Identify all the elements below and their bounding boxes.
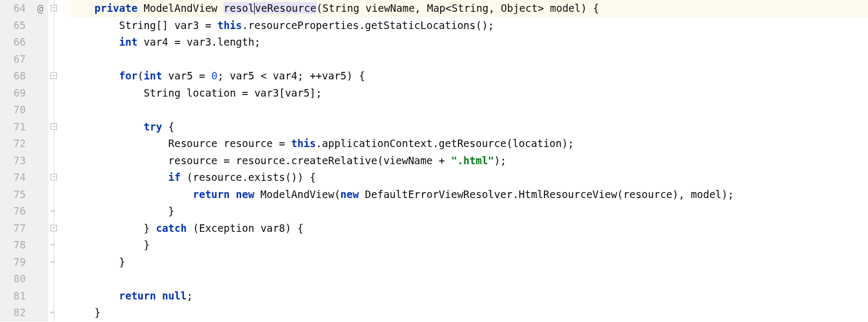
code-line[interactable]: 82⌐ }: [0, 304, 868, 321]
code-content[interactable]: try {: [70, 119, 868, 136]
code-line[interactable]: 64@ private ModelAndView resolveResource…: [0, 0, 868, 17]
fold-gutter[interactable]: [48, 17, 70, 34]
code-token: ModelAndView: [138, 2, 224, 14]
line-number: 70: [0, 101, 32, 119]
code-line[interactable]: 81 return null;: [0, 288, 868, 305]
line-number: 64: [0, 0, 32, 17]
fold-gutter[interactable]: [48, 186, 70, 203]
code-content[interactable]: if (resource.exists()) {: [70, 169, 868, 186]
code-token: [70, 121, 144, 133]
code-content[interactable]: Resource resource = this.applicationCont…: [70, 135, 868, 152]
code-line[interactable]: 73 resource = resource.createRelative(vi…: [0, 152, 868, 170]
fold-toggle-icon[interactable]: [51, 174, 57, 180]
fold-end-icon: ⌐: [51, 259, 57, 265]
code-token: String location = var3[var5];: [70, 87, 322, 99]
code-line[interactable]: 69 String location = var3[var5];: [0, 85, 868, 102]
fold-gutter[interactable]: [48, 68, 70, 85]
code-content[interactable]: [70, 51, 868, 68]
fold-gutter[interactable]: [48, 270, 70, 288]
code-editor[interactable]: 64@ private ModelAndView resolveResource…: [0, 0, 868, 321]
line-number: 69: [0, 85, 32, 102]
fold-toggle-icon[interactable]: [51, 123, 57, 130]
code-content[interactable]: String location = var3[var5];: [70, 85, 868, 102]
fold-gutter[interactable]: [48, 85, 70, 102]
code-token: .resourceProperties.getStaticLocations()…: [242, 19, 494, 31]
code-token: (: [138, 70, 144, 82]
code-line[interactable]: 74 if (resource.exists()) {: [0, 169, 868, 186]
code-line[interactable]: 65 String[] var3 = this.resourceProperti…: [0, 17, 868, 34]
code-line[interactable]: 70: [0, 101, 868, 119]
fold-gutter[interactable]: [48, 220, 70, 237]
code-line[interactable]: 67: [0, 51, 868, 68]
fold-gutter[interactable]: [48, 169, 70, 186]
code-token: this: [291, 137, 316, 149]
fold-gutter[interactable]: [48, 51, 70, 68]
fold-gutter[interactable]: ⌐: [48, 304, 70, 321]
code-line[interactable]: 66 int var4 = var3.length;: [0, 34, 868, 51]
fold-gutter[interactable]: ⌐: [48, 237, 70, 254]
fold-toggle-icon[interactable]: [51, 5, 57, 11]
line-number: 72: [0, 135, 32, 152]
code-line[interactable]: 80: [0, 270, 868, 288]
code-content[interactable]: resource = resource.createRelative(viewN…: [70, 152, 868, 170]
code-line[interactable]: 78⌐ }: [0, 237, 868, 254]
fold-gutter[interactable]: [48, 119, 70, 136]
code-content[interactable]: String[] var3 = this.resourceProperties.…: [70, 17, 868, 34]
code-line[interactable]: 79⌐ }: [0, 254, 868, 271]
code-token: [70, 290, 119, 302]
code-content[interactable]: [70, 101, 868, 119]
fold-gutter[interactable]: [48, 152, 70, 170]
fold-gutter[interactable]: ⌐: [48, 254, 70, 271]
fold-end-icon: ⌐: [51, 309, 57, 316]
code-token: return null: [119, 290, 187, 302]
code-content[interactable]: return null;: [70, 288, 868, 305]
code-content[interactable]: }: [70, 254, 868, 271]
code-token: (resource.exists()) {: [181, 171, 316, 183]
code-line[interactable]: 71 try {: [0, 119, 868, 136]
code-token: private: [95, 2, 138, 14]
code-token: (String viewName, Map<String, Object> mo…: [317, 2, 599, 14]
code-content[interactable]: return new ModelAndView(new DefaultError…: [70, 186, 868, 203]
fold-gutter[interactable]: [48, 101, 70, 119]
code-token: this: [218, 19, 242, 31]
code-token: Resource resource =: [70, 137, 291, 149]
code-content[interactable]: } catch (Exception var8) {: [70, 220, 868, 237]
code-token: }: [70, 222, 156, 234]
code-content[interactable]: }: [70, 203, 868, 220]
code-line[interactable]: 77 } catch (Exception var8) {: [0, 220, 868, 237]
line-number: 73: [0, 152, 32, 170]
line-number: 81: [0, 288, 32, 305]
line-number: 80: [0, 270, 32, 288]
fold-gutter[interactable]: [48, 0, 70, 17]
fold-gutter[interactable]: [48, 34, 70, 51]
fold-gutter[interactable]: [48, 288, 70, 305]
code-token: resol: [224, 2, 254, 14]
code-content[interactable]: int var4 = var3.length;: [70, 34, 868, 51]
gutter-annotation: [32, 135, 48, 152]
fold-gutter[interactable]: [48, 135, 70, 152]
code-content[interactable]: [70, 270, 868, 288]
code-token: int: [119, 36, 138, 48]
code-token: 0: [211, 70, 217, 82]
code-token: DefaultErrorViewResolver.HtmlResourceVie…: [359, 188, 734, 200]
code-content[interactable]: for(int var5 = 0; var5 < var4; ++var5) {: [70, 68, 868, 85]
code-token: var4 = var3.length;: [138, 36, 261, 48]
code-content[interactable]: }: [70, 237, 868, 254]
gutter-annotation: [32, 119, 48, 136]
fold-toggle-icon[interactable]: [51, 225, 57, 231]
code-token: [70, 171, 168, 183]
code-token: veResource: [255, 2, 316, 14]
code-content[interactable]: private ModelAndView resolveResource(Str…: [70, 0, 868, 17]
code-line[interactable]: 68 for(int var5 = 0; var5 < var4; ++var5…: [0, 68, 868, 85]
code-line[interactable]: 75 return new ModelAndView(new DefaultEr…: [0, 186, 868, 203]
code-token: ModelAndView(: [254, 188, 340, 200]
code-content[interactable]: }: [70, 304, 868, 321]
line-number: 82: [0, 304, 32, 321]
gutter-annotation: [32, 169, 48, 186]
code-line[interactable]: 72 Resource resource = this.applicationC…: [0, 135, 868, 152]
gutter-annotation: [32, 51, 48, 68]
fold-toggle-icon[interactable]: [51, 72, 57, 79]
code-line[interactable]: 76⌐ }: [0, 203, 868, 220]
code-token: [70, 36, 119, 48]
fold-gutter[interactable]: ⌐: [48, 203, 70, 220]
